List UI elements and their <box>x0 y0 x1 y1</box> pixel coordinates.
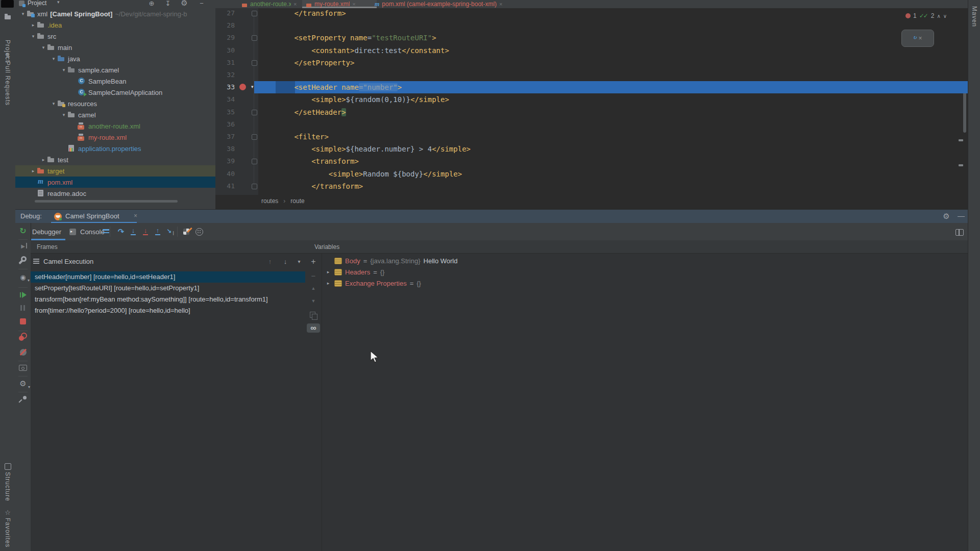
tree-item-xml[interactable]: ▾xml[Camel SpringBoot]~/Dev/git/camel-sp… <box>15 8 216 19</box>
fold-marker-icon[interactable] <box>252 184 257 189</box>
fold-marker-icon[interactable] <box>252 60 257 66</box>
line-number[interactable]: 37 <box>215 131 235 143</box>
run-to-cursor-icon[interactable] <box>166 227 175 236</box>
tree-item-target[interactable]: ▸target <box>15 165 216 177</box>
step-over-icon[interactable] <box>116 227 126 236</box>
line-number[interactable]: 28 <box>215 19 235 32</box>
pause-icon[interactable] <box>18 303 28 312</box>
chevron-down-icon[interactable]: ▾ <box>30 34 37 39</box>
rerun-icon[interactable] <box>18 226 28 235</box>
breadcrumb-item-routes[interactable]: routes <box>261 197 278 205</box>
fold-marker-icon[interactable] <box>252 134 257 140</box>
camera-icon[interactable] <box>18 363 28 372</box>
pin-icon[interactable] <box>18 395 28 404</box>
line-number[interactable]: 35 <box>215 106 235 118</box>
view-options-icon[interactable] <box>18 272 28 282</box>
dotted-circle-icon[interactable] <box>194 227 204 236</box>
debug-tab-debugger[interactable]: Debugger <box>28 223 65 240</box>
chevron-right-icon[interactable]: ▸ <box>40 157 47 162</box>
tree-item-camel[interactable]: ▾camel <box>15 109 216 120</box>
line-number[interactable]: 32 <box>215 69 235 81</box>
customize-data-views-icon[interactable] <box>182 227 191 236</box>
next-problem-icon[interactable]: ∨ <box>943 13 947 19</box>
close-icon[interactable]: × <box>134 212 137 219</box>
frame-row[interactable]: from[timer://hello?period=2000] [route=h… <box>31 305 305 316</box>
duplicate-icon[interactable] <box>309 311 318 320</box>
line-number[interactable]: 38 <box>215 143 235 155</box>
frame-row[interactable]: setHeader[number] [route=hello,id=setHea… <box>31 271 305 283</box>
chevron-down-icon[interactable]: ▾ <box>50 56 57 61</box>
tree-item-resources[interactable]: ▾resources <box>15 98 216 109</box>
add-icon[interactable] <box>309 257 318 266</box>
line-number[interactable]: 33 <box>215 81 235 93</box>
frame-row[interactable]: setProperty[testRouteURI] [route=hello,i… <box>31 283 305 294</box>
frame-down-icon[interactable] <box>281 257 290 266</box>
step-into-icon[interactable] <box>129 227 138 236</box>
stripe-mark[interactable] <box>959 139 963 141</box>
force-step-into-icon[interactable] <box>141 227 150 236</box>
view-breakpoints-icon[interactable] <box>18 332 28 341</box>
debug-session-tab[interactable]: Camel SpringBoot <box>65 212 119 220</box>
maven-reload-popup[interactable]: × <box>901 30 934 47</box>
tree-item-samplebean[interactable]: SampleBean <box>15 76 216 87</box>
mute-breakpoints-icon[interactable] <box>18 347 28 357</box>
pull-request-icon[interactable] <box>3 51 12 60</box>
thread-selector[interactable]: Camel Execution <box>31 254 305 269</box>
thread-name[interactable]: Camel Execution <box>43 258 93 265</box>
chevron-right-icon[interactable]: ▸ <box>30 22 37 28</box>
sidebar-item-maven[interactable]: Maven <box>971 6 978 27</box>
tree-item-idea[interactable]: ▸.idea <box>15 19 216 31</box>
close-icon[interactable]: × <box>918 35 922 42</box>
stop-icon[interactable] <box>18 317 28 326</box>
tree-item-sample-camel[interactable]: ▾sample.camel <box>15 64 216 76</box>
layout-icon[interactable] <box>955 228 964 237</box>
chevron-down-icon[interactable]: ▾ <box>60 112 67 117</box>
frame-row[interactable]: transform[bean[ref:myBean method:saySome… <box>31 294 305 305</box>
chevron-right-icon[interactable]: ▸ <box>325 281 331 286</box>
horizontal-scrollbar[interactable] <box>35 200 178 203</box>
line-number[interactable]: 40 <box>215 168 235 180</box>
variable-row-exchange-properties[interactable]: ▸Exchange Properties={} <box>322 278 965 289</box>
chevron-down-icon[interactable]: ▾ <box>19 11 27 16</box>
line-number[interactable]: 31 <box>215 57 235 69</box>
chevron-right-icon[interactable]: ▸ <box>325 269 331 274</box>
line-number[interactable]: 29 <box>215 32 235 44</box>
variable-row-headers[interactable]: ▸Headers={} <box>322 266 965 278</box>
gear-icon[interactable] <box>942 212 951 221</box>
resume-icon[interactable] <box>18 290 28 299</box>
line-number[interactable]: 30 <box>215 44 235 57</box>
chevron-down-icon[interactable]: ▾ <box>40 45 47 50</box>
execution-point-icon[interactable] <box>18 241 28 251</box>
tree-item-src[interactable]: ▾src <box>15 31 216 42</box>
tree-item-my-route-xml[interactable]: my-route.xml <box>15 132 216 143</box>
folder-icon[interactable] <box>3 12 12 21</box>
fold-marker-icon[interactable] <box>252 35 257 41</box>
variable-row-body[interactable]: Body={java.lang.String}Hello World <box>322 255 965 266</box>
hide-icon[interactable]: — <box>958 212 965 220</box>
wrench-icon[interactable] <box>18 256 28 265</box>
tree-item-application-properties[interactable]: application.properties <box>15 143 216 154</box>
fold-marker-icon[interactable] <box>252 110 257 115</box>
glasses-icon[interactable] <box>307 323 320 333</box>
sidebar-item-pull-requests[interactable]: Pull Requests <box>4 61 11 106</box>
tree-item-pom-xml[interactable]: pom.xml <box>15 177 216 188</box>
line-number[interactable]: 39 <box>215 155 235 167</box>
settings-gear-icon[interactable] <box>18 379 28 388</box>
line-number[interactable]: 34 <box>215 93 235 106</box>
line-number[interactable]: 36 <box>215 118 235 131</box>
editor-scrollbar[interactable] <box>963 89 966 133</box>
step-out-icon[interactable] <box>153 227 162 236</box>
move-up-icon[interactable] <box>309 284 318 293</box>
fold-marker-icon[interactable] <box>252 11 257 16</box>
structure-icon[interactable] <box>3 462 12 471</box>
chevron-down-icon[interactable]: ▾ <box>60 67 67 72</box>
remove-icon[interactable] <box>309 271 318 280</box>
chevron-right-icon[interactable]: ▸ <box>30 168 37 173</box>
sidebar-item-structure[interactable]: Structure <box>4 472 11 502</box>
favorites-icon[interactable] <box>3 508 12 517</box>
close-icon[interactable]: × <box>352 1 355 7</box>
chevron-down-icon[interactable]: ▾ <box>50 101 57 106</box>
breadcrumb-item-route[interactable]: route <box>290 197 304 205</box>
dropdown-caret-icon[interactable] <box>295 257 304 266</box>
inspections-widget[interactable]: 1 ✓✓ 2 ∧ ∨ <box>905 11 947 20</box>
